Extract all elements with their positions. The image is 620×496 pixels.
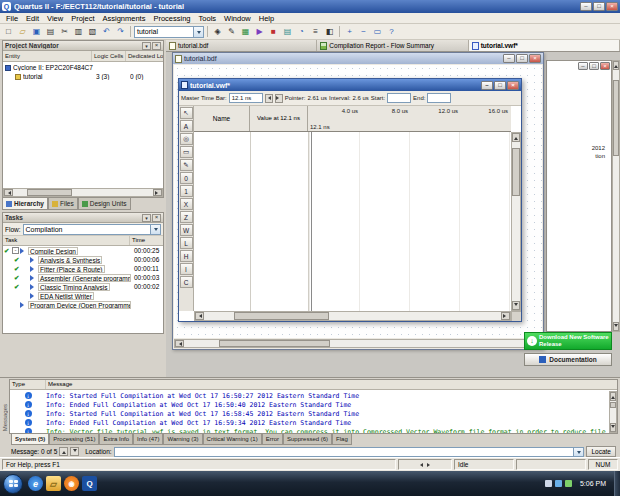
- scrollbar-thumb[interactable]: [234, 312, 329, 320]
- tray-icon[interactable]: [555, 480, 562, 487]
- show-desktop-button[interactable]: [614, 471, 620, 496]
- messages-tab[interactable]: System (5): [11, 434, 49, 445]
- help-icon[interactable]: ?: [385, 25, 398, 38]
- task-row[interactable]: ✔ - Compile Design 00:00:25: [3, 246, 163, 255]
- undo-icon[interactable]: ↶: [100, 25, 113, 38]
- task-row[interactable]: EDA Netlist Writer: [3, 291, 163, 300]
- stop-icon[interactable]: ■: [267, 25, 280, 38]
- expander-icon[interactable]: [22, 283, 29, 290]
- messages-tab[interactable]: Info (47): [133, 434, 163, 445]
- horizontal-scrollbar[interactable]: [3, 188, 163, 197]
- print-icon[interactable]: ▤: [44, 25, 57, 38]
- scroll-up-button[interactable]: [512, 133, 520, 142]
- column-header-type[interactable]: Type: [10, 380, 46, 389]
- messages-tab[interactable]: Warning (3): [163, 434, 202, 445]
- document-tab[interactable]: tutorial.vwf*: [469, 40, 620, 51]
- close-button[interactable]: ×: [600, 62, 610, 70]
- maximize-button[interactable]: □: [593, 2, 605, 11]
- task-row[interactable]: ✔ Classic Timing Analysis 00:00:02: [3, 282, 163, 291]
- dock-panel-button[interactable]: [142, 214, 151, 222]
- task-row[interactable]: ✔ Fitter (Place & Route) 00:00:11: [3, 264, 163, 273]
- scrollbar-thumb[interactable]: [219, 340, 330, 347]
- fit-view-icon[interactable]: ▭: [371, 25, 384, 38]
- location-field[interactable]: [114, 447, 585, 457]
- document-tab[interactable]: tutorial.bdf: [166, 40, 317, 51]
- menu-item[interactable]: Tools: [195, 14, 221, 23]
- zoom-in-icon[interactable]: +: [343, 25, 356, 38]
- settings-icon[interactable]: ◈: [211, 25, 224, 38]
- dock-panel-button[interactable]: [142, 42, 151, 50]
- flow-combo[interactable]: Compilation: [23, 224, 161, 235]
- value-w-icon[interactable]: W: [180, 224, 193, 236]
- menu-item[interactable]: Edit: [22, 14, 43, 23]
- task-row[interactable]: ✔ Assembler (Generate programming files)…: [3, 273, 163, 282]
- save-icon[interactable]: ▣: [30, 25, 43, 38]
- tree-row[interactable]: tutorial 3 (3) 0 (0): [3, 72, 163, 81]
- step-right-button[interactable]: [275, 94, 283, 103]
- zoom-tool-icon[interactable]: ◎: [180, 133, 193, 145]
- column-header-time[interactable]: Time: [130, 236, 163, 245]
- vertical-scrollbar[interactable]: [609, 391, 617, 433]
- waveform-grid[interactable]: [194, 132, 511, 311]
- prev-message-icon[interactable]: [418, 463, 423, 467]
- redo-icon[interactable]: ↷: [114, 25, 127, 38]
- count-value-icon[interactable]: C: [180, 276, 193, 288]
- time-ruler[interactable]: 4.0 us8.0 us12.0 us16.0 us 12.1 ns: [308, 106, 511, 131]
- column-header-dedicated-logic[interactable]: Dedicated Logic: [126, 51, 163, 61]
- scrollbar-thumb[interactable]: [613, 80, 619, 156]
- navigator-tab[interactable]: Design Units: [78, 198, 131, 210]
- maximize-button[interactable]: □: [494, 81, 506, 90]
- message-row[interactable]: Info: Ended Full Compilation at Wed Oct …: [10, 400, 609, 409]
- full-screen-tool-icon[interactable]: ▭: [180, 146, 193, 158]
- open-file-icon[interactable]: ▱: [16, 25, 29, 38]
- messages-tab[interactable]: Flag: [332, 434, 352, 445]
- messages-tab[interactable]: Extra Info: [99, 434, 133, 445]
- maximize-button[interactable]: □: [516, 54, 528, 63]
- project-combo[interactable]: tutorial: [134, 26, 204, 38]
- pin-planner-icon[interactable]: ▦: [239, 25, 252, 38]
- value-column-header[interactable]: Value at 12.1 ns: [250, 106, 308, 131]
- maximize-button[interactable]: □: [589, 62, 599, 70]
- scroll-left-button[interactable]: [195, 312, 204, 320]
- menu-item[interactable]: Assignments: [99, 14, 150, 23]
- text-tool-icon[interactable]: A: [180, 120, 193, 132]
- master-time-bar-line[interactable]: [311, 132, 312, 311]
- menu-item[interactable]: View: [43, 14, 67, 23]
- close-button[interactable]: ×: [507, 81, 519, 90]
- message-row[interactable]: Info: Ended Full Compilation at Wed Oct …: [10, 418, 609, 427]
- column-header-entity[interactable]: Entity: [3, 51, 92, 61]
- close-button[interactable]: ×: [529, 54, 541, 63]
- value-1-icon[interactable]: 1: [180, 185, 193, 197]
- navigator-tab[interactable]: Files: [48, 198, 78, 210]
- taskbar-clock[interactable]: 5:06 PM: [575, 480, 611, 487]
- scroll-right-button[interactable]: [501, 312, 510, 320]
- timing-analyzer-icon[interactable]: ◔: [295, 25, 308, 38]
- minimize-button[interactable]: –: [578, 62, 588, 70]
- menu-item[interactable]: Processing: [149, 14, 194, 23]
- close-panel-button[interactable]: [152, 214, 161, 222]
- previous-message-button[interactable]: [59, 447, 68, 456]
- compilation-report-window[interactable]: 2012 tion: [546, 60, 612, 332]
- media-player-icon[interactable]: ◉: [64, 476, 79, 491]
- expander-icon[interactable]: [12, 301, 19, 308]
- scrollbar-thumb[interactable]: [27, 189, 72, 196]
- message-row[interactable]: Info: Started Full Compilation at Wed Oc…: [10, 391, 609, 400]
- vertical-scrollbar[interactable]: [612, 60, 620, 332]
- value-z-icon[interactable]: Z: [180, 211, 193, 223]
- value-l-icon[interactable]: L: [180, 237, 193, 249]
- scroll-right-button[interactable]: [153, 189, 162, 196]
- edit-tool-icon[interactable]: ✎: [180, 159, 193, 171]
- messages-tab[interactable]: Critical Warning (1): [203, 434, 262, 445]
- messages-tab[interactable]: Suppressed (6): [283, 434, 332, 445]
- scroll-down-button[interactable]: [613, 322, 619, 331]
- scroll-down-button[interactable]: [610, 423, 616, 432]
- messages-tab[interactable]: Error: [262, 434, 283, 445]
- cut-icon[interactable]: ✂: [58, 25, 71, 38]
- message-row[interactable]: Info: Vector file tutorial.vwf is saved …: [10, 427, 609, 433]
- scroll-up-button[interactable]: [610, 392, 616, 401]
- step-left-button[interactable]: [265, 94, 273, 103]
- close-panel-button[interactable]: [152, 42, 161, 50]
- message-row[interactable]: Info: Started Full Compilation at Wed Oc…: [10, 409, 609, 418]
- master-time-bar-field[interactable]: 12.1 ns: [229, 93, 263, 103]
- name-column-header[interactable]: Name: [194, 106, 250, 131]
